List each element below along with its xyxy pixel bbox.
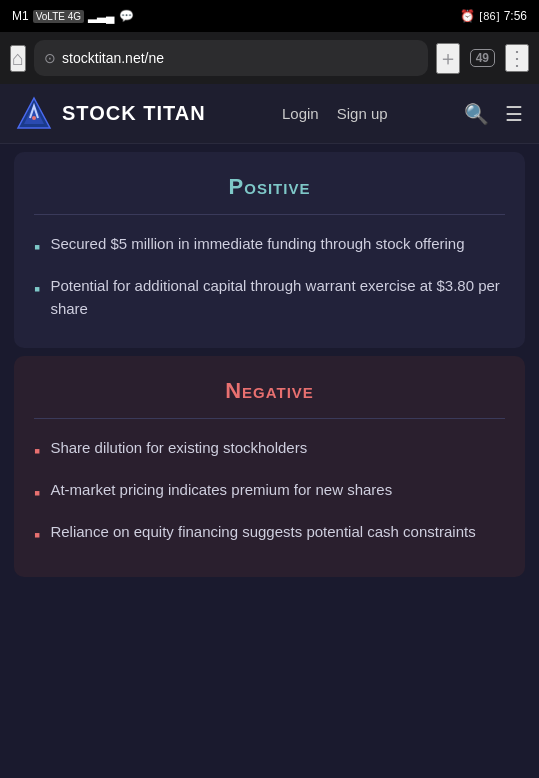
browser-actions: ＋ 49 ⋮ [436, 43, 529, 74]
alarm-icon: ⏰ [460, 9, 475, 23]
positive-item-2: Potential for additional capital through… [50, 275, 505, 320]
browser-bar: ⌂ ⊙ stocktitan.net/ne ＋ 49 ⋮ [0, 32, 539, 84]
nav-links: Login Sign up [282, 105, 388, 122]
negative-divider [34, 418, 505, 419]
list-item: ▪ Share dilution for existing stockholde… [34, 437, 505, 465]
positive-card: Positive ▪ Secured $5 million in immedia… [14, 152, 525, 348]
signal-icon: ▂▃▄ [88, 9, 115, 23]
list-item: ▪ At-market pricing indicates premium fo… [34, 479, 505, 507]
login-link[interactable]: Login [282, 105, 319, 122]
menu-hamburger-icon[interactable]: ☰ [505, 102, 523, 126]
positive-title: Positive [34, 174, 505, 200]
positive-item-1: Secured $5 million in immediate funding … [50, 233, 464, 256]
list-item: ▪ Secured $5 million in immediate fundin… [34, 233, 505, 261]
url-text: stocktitan.net/ne [62, 50, 418, 66]
bullet-icon: ▪ [34, 276, 40, 303]
url-bar[interactable]: ⊙ stocktitan.net/ne [34, 40, 428, 76]
bullet-icon: ▪ [34, 480, 40, 507]
whatsapp-icon: 💬 [119, 9, 134, 23]
list-item: ▪ Potential for additional capital throu… [34, 275, 505, 320]
bullet-icon: ▪ [34, 438, 40, 465]
status-left: M1 VoLTE 4G ▂▃▄ 💬 [12, 9, 134, 23]
negative-title: Negative [34, 378, 505, 404]
menu-button[interactable]: ⋮ [505, 44, 529, 72]
tab-count[interactable]: 49 [470, 49, 495, 67]
negative-card: Negative ▪ Share dilution for existing s… [14, 356, 525, 577]
main-content: Positive ▪ Secured $5 million in immedia… [0, 152, 539, 605]
logo-icon [16, 96, 52, 132]
list-item: ▪ Reliance on equity financing suggests … [34, 521, 505, 549]
svg-point-2 [32, 116, 36, 120]
negative-item-2: At-market pricing indicates premium for … [50, 479, 392, 502]
nav-bar: STOCK TITAN Login Sign up 🔍 ☰ [0, 84, 539, 144]
home-button[interactable]: ⌂ [10, 45, 26, 72]
nav-icons: 🔍 ☰ [464, 102, 523, 126]
status-bar: M1 VoLTE 4G ▂▃▄ 💬 ⏰ [86] 7:56 [0, 0, 539, 32]
signup-link[interactable]: Sign up [337, 105, 388, 122]
status-right: ⏰ [86] 7:56 [460, 9, 527, 23]
new-tab-button[interactable]: ＋ [436, 43, 460, 74]
bullet-icon: ▪ [34, 522, 40, 549]
network-label: VoLTE 4G [33, 10, 84, 23]
search-icon[interactable]: 🔍 [464, 102, 489, 126]
negative-item-1: Share dilution for existing stockholders [50, 437, 307, 460]
logo-container: STOCK TITAN [16, 96, 206, 132]
negative-list: ▪ Share dilution for existing stockholde… [34, 437, 505, 549]
negative-item-3: Reliance on equity financing suggests po… [50, 521, 475, 544]
battery-icon: [86] [479, 10, 499, 22]
url-security-icon: ⊙ [44, 50, 56, 66]
carrier-label: M1 [12, 9, 29, 23]
bullet-icon: ▪ [34, 234, 40, 261]
positive-divider [34, 214, 505, 215]
time-label: 7:56 [504, 9, 527, 23]
logo-text: STOCK TITAN [62, 102, 206, 125]
positive-list: ▪ Secured $5 million in immediate fundin… [34, 233, 505, 320]
